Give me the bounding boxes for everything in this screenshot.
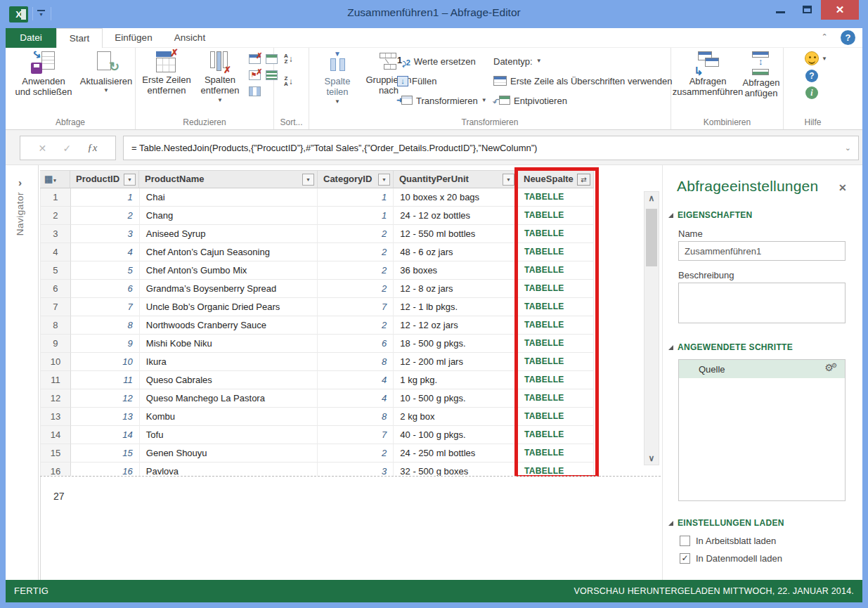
panel-close-icon[interactable]: ✕ xyxy=(838,182,847,193)
vertical-scrollbar[interactable]: ∧ ∨ xyxy=(644,191,659,465)
append-queries-button[interactable]: ↕ Abfragen anfügen xyxy=(740,51,782,117)
cell-productname[interactable]: Uncle Bob’s Organic Dried Pears xyxy=(140,298,318,316)
cell-productid[interactable]: 14 xyxy=(71,426,140,444)
info-icon[interactable]: i xyxy=(805,86,818,99)
column-header-neuespalte[interactable]: NeueSpalte⇄ xyxy=(518,170,594,188)
cell-rownum[interactable]: 15 xyxy=(41,444,71,463)
cancel-formula-icon[interactable]: ✕ xyxy=(39,143,47,154)
cell-productid[interactable]: 15 xyxy=(71,444,140,463)
cell-productname[interactable]: Chef Anton’s Gumbo Mix xyxy=(140,261,318,280)
cell-productname[interactable]: Chang xyxy=(140,207,318,225)
cell-productname[interactable]: Tofu xyxy=(140,426,318,444)
cell-rownum[interactable]: 10 xyxy=(41,353,71,371)
applied-step-item[interactable]: Quelle⚙⚙ xyxy=(679,360,845,378)
load-to-datamodel-option[interactable]: ✓ In Datenmodell laden xyxy=(680,553,782,564)
sort-ascending-button[interactable]: AZ↓ xyxy=(284,53,293,65)
cell-neuespalte[interactable]: TABELLE xyxy=(518,444,594,463)
cell-categoryid[interactable]: 2 xyxy=(318,243,394,261)
unpivot-button[interactable]: ⤺ Entpivotieren xyxy=(493,93,567,108)
table-row[interactable]: 99Mishi Kobe Niku618 - 500 g pkgs.TABELL… xyxy=(41,335,594,353)
cell-productid[interactable]: 1 xyxy=(71,188,140,207)
cell-quantityperunit[interactable]: 12 - 1 lb pkgs. xyxy=(394,298,518,316)
help-icon[interactable]: ? xyxy=(841,30,855,45)
cell-rownum[interactable]: 14 xyxy=(41,426,71,444)
tab-start[interactable]: Start xyxy=(56,28,103,48)
formula-input[interactable]: = Table.NestedJoin(Products,{”ProcuctID”… xyxy=(123,136,859,160)
close-button[interactable]: ✕ xyxy=(821,0,859,20)
cell-quantityperunit[interactable]: 10 - 500 g pkgs. xyxy=(394,389,518,408)
cell-quantityperunit[interactable]: 40 - 100 g pkgs. xyxy=(394,426,518,444)
cell-neuespalte[interactable]: TABELLE xyxy=(518,426,594,444)
cell-productname[interactable]: Aniseed Syrup xyxy=(140,225,318,243)
cell-quantityperunit[interactable]: 24 - 250 ml bottles xyxy=(394,444,518,463)
cell-productid[interactable]: 13 xyxy=(71,408,140,426)
column-header-categoryid[interactable]: CategoryID▼ xyxy=(318,170,394,188)
datatype-dropdown[interactable]: Datentyp: ▼ xyxy=(493,53,542,69)
cell-productname[interactable]: Northwoods Cranberry Sauce xyxy=(140,316,318,335)
table-row[interactable]: 11Chai110 boxes x 20 bagsTABELLE xyxy=(41,188,594,207)
cell-neuespalte[interactable]: TABELLE xyxy=(518,353,594,371)
cell-categoryid[interactable]: 2 xyxy=(318,261,394,280)
description-input[interactable] xyxy=(678,283,846,323)
cell-quantityperunit[interactable]: 48 - 6 oz jars xyxy=(394,243,518,261)
table-row[interactable]: 44Chef Anton’s Cajun Seasoning248 - 6 oz… xyxy=(41,243,594,261)
expand-column-icon[interactable]: ⇄ xyxy=(577,174,590,186)
cell-neuespalte[interactable]: TABELLE xyxy=(518,188,594,207)
table-row[interactable]: 22Chang124 - 12 oz bottlesTABELLE xyxy=(41,207,594,225)
cell-neuespalte[interactable]: TABELLE xyxy=(518,371,594,389)
cell-productid[interactable]: 5 xyxy=(71,261,140,280)
cell-rownum[interactable]: 4 xyxy=(41,243,71,261)
cell-categoryid[interactable]: 8 xyxy=(318,408,394,426)
cell-productid[interactable]: 9 xyxy=(71,335,140,353)
table-row[interactable]: 1414Tofu740 - 100 g pkgs.TABELLE xyxy=(41,426,594,444)
cell-productid[interactable]: 10 xyxy=(71,353,140,371)
cell-categoryid[interactable]: 7 xyxy=(318,298,394,316)
cell-quantityperunit[interactable]: 32 - 500 g boxes xyxy=(394,463,518,476)
cell-quantityperunit[interactable]: 12 - 12 oz jars xyxy=(394,316,518,335)
table-row[interactable]: 1212Queso Manchego La Pastora410 - 500 g… xyxy=(41,389,594,408)
cell-productid[interactable]: 6 xyxy=(71,280,140,298)
remove-columns-button[interactable]: ✗ Spalten entfernen ▼ xyxy=(195,51,245,117)
filter-icon[interactable]: ▼ xyxy=(503,174,514,186)
cell-productname[interactable]: Mishi Kobe Niku xyxy=(140,335,318,353)
cell-productname[interactable]: Chai xyxy=(140,188,318,207)
navigator-pane-collapsed[interactable]: › Navigator xyxy=(6,165,39,580)
load-settings-section-header[interactable]: EINSTELLUNGEN LADEN xyxy=(668,518,784,528)
cell-productname[interactable]: Ikura xyxy=(140,353,318,371)
cell-quantityperunit[interactable]: 2 kg box xyxy=(394,408,518,426)
cell-categoryid[interactable]: 2 xyxy=(318,280,394,298)
cell-categoryid[interactable]: 7 xyxy=(318,426,394,444)
cell-productid[interactable]: 7 xyxy=(71,298,140,316)
cell-rownum[interactable]: 6 xyxy=(41,280,71,298)
cell-neuespalte[interactable]: TABELLE xyxy=(518,280,594,298)
cell-productid[interactable]: 12 xyxy=(71,389,140,408)
expand-navigator-icon[interactable]: › xyxy=(18,176,22,188)
scroll-down-icon[interactable]: ∨ xyxy=(644,453,659,463)
cell-quantityperunit[interactable]: 12 - 550 ml bottles xyxy=(394,225,518,243)
cell-productid[interactable]: 8 xyxy=(71,316,140,335)
cell-categoryid[interactable]: 3 xyxy=(318,463,394,476)
table-corner-cell[interactable]: ▦▾ xyxy=(40,170,70,188)
cell-productname[interactable]: Queso Cabrales xyxy=(140,371,318,389)
cell-productid[interactable]: 4 xyxy=(71,243,140,261)
query-name-input[interactable] xyxy=(678,241,846,261)
tab-einfuegen[interactable]: Einfügen xyxy=(107,28,160,48)
collapse-ribbon-icon[interactable]: ⌃ xyxy=(817,32,831,44)
table-row[interactable]: 1313Kombu82 kg boxTABELLE xyxy=(41,408,594,426)
table-row[interactable]: 55Chef Anton’s Gumbo Mix236 boxesTABELLE xyxy=(41,261,594,280)
refresh-button[interactable]: ↻ Aktualisieren ▼ xyxy=(79,51,134,117)
cell-rownum[interactable]: 3 xyxy=(41,225,71,243)
cell-categoryid[interactable]: 4 xyxy=(318,371,394,389)
cell-rownum[interactable]: 16 xyxy=(41,463,71,476)
cell-productname[interactable]: Kombu xyxy=(140,408,318,426)
cell-neuespalte[interactable]: TABELLE xyxy=(518,298,594,316)
cell-productname[interactable]: Queso Manchego La Pastora xyxy=(140,389,318,408)
cell-quantityperunit[interactable]: 1 kg pkg. xyxy=(394,371,518,389)
properties-section-header[interactable]: EIGENSCHAFTEN xyxy=(668,210,753,220)
tab-datei[interactable]: Datei xyxy=(6,28,56,48)
transform-dropdown[interactable]: ➜ Transformieren ▼ xyxy=(397,93,487,108)
cell-categoryid[interactable]: 1 xyxy=(318,207,394,225)
replace-values-button[interactable]: 1⤸2 Werte ersetzen xyxy=(397,53,476,69)
table-row[interactable]: 1111Queso Cabrales41 kg pkg.TABELLE xyxy=(41,371,594,389)
cell-categoryid[interactable]: 4 xyxy=(318,389,394,408)
